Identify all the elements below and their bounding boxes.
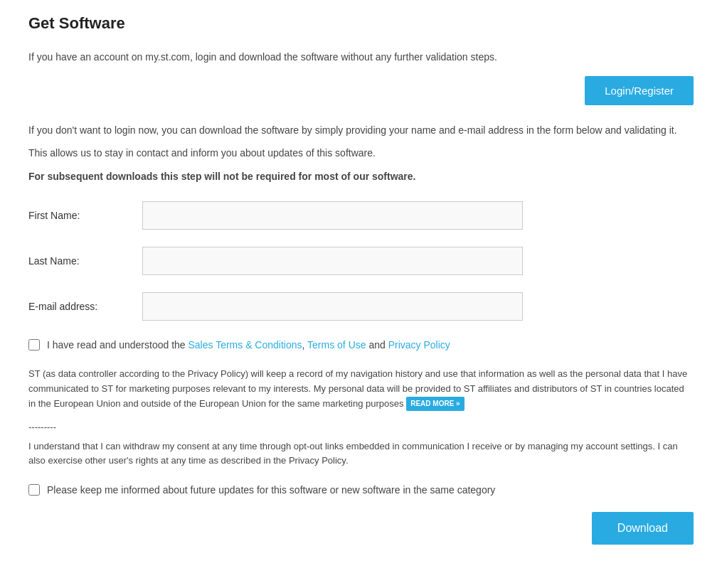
desc3: For subsequent downloads this step will …	[28, 169, 694, 184]
terms-of-use-link[interactable]: Terms of Use	[307, 339, 366, 351]
last-name-row: Last Name:	[28, 247, 694, 275]
download-row: Download	[28, 512, 694, 545]
intro-text: If you have an account on my.st.com, log…	[28, 50, 694, 65]
withdraw-text: I understand that I can withdraw my cons…	[28, 439, 694, 469]
last-name-input[interactable]	[142, 247, 523, 275]
terms-checkbox[interactable]	[28, 339, 40, 351]
sep1: ,	[302, 339, 308, 351]
form-section: First Name: Last Name: E-mail address:	[28, 201, 694, 321]
email-label: E-mail address:	[28, 301, 142, 312]
sep2: and	[366, 339, 388, 351]
page-title: Get Software	[28, 14, 694, 38]
updates-checkbox[interactable]	[28, 484, 40, 496]
login-register-button[interactable]: Login/Register	[585, 76, 694, 105]
desc1: If you don't want to login now, you can …	[28, 122, 694, 138]
email-input[interactable]	[142, 292, 523, 321]
first-name-row: First Name:	[28, 201, 694, 230]
divider: ---------	[28, 422, 694, 432]
privacy-policy-link[interactable]: Privacy Policy	[388, 339, 450, 351]
last-name-label: Last Name:	[28, 255, 142, 267]
updates-checkbox-row: Please keep me informed about future upd…	[28, 483, 694, 498]
updates-label: Please keep me informed about future upd…	[47, 483, 495, 498]
desc2: This allows us to stay in contact and in…	[28, 145, 694, 161]
read-more-badge[interactable]: READ MORE »	[406, 397, 464, 411]
first-name-label: First Name:	[28, 210, 142, 221]
privacy-text: ST (as data controller according to the …	[28, 367, 694, 411]
terms-label: I have read and understood the Sales Ter…	[47, 338, 450, 353]
login-row: Login/Register	[28, 76, 694, 105]
terms-checkbox-row: I have read and understood the Sales Ter…	[28, 338, 694, 353]
download-button[interactable]: Download	[592, 512, 694, 545]
first-name-input[interactable]	[142, 201, 523, 230]
terms-prefix: I have read and understood the	[47, 339, 188, 351]
email-row: E-mail address:	[28, 292, 694, 321]
sales-terms-link[interactable]: Sales Terms & Conditions	[188, 339, 302, 351]
privacy-text-content: ST (as data controller according to the …	[28, 368, 687, 409]
